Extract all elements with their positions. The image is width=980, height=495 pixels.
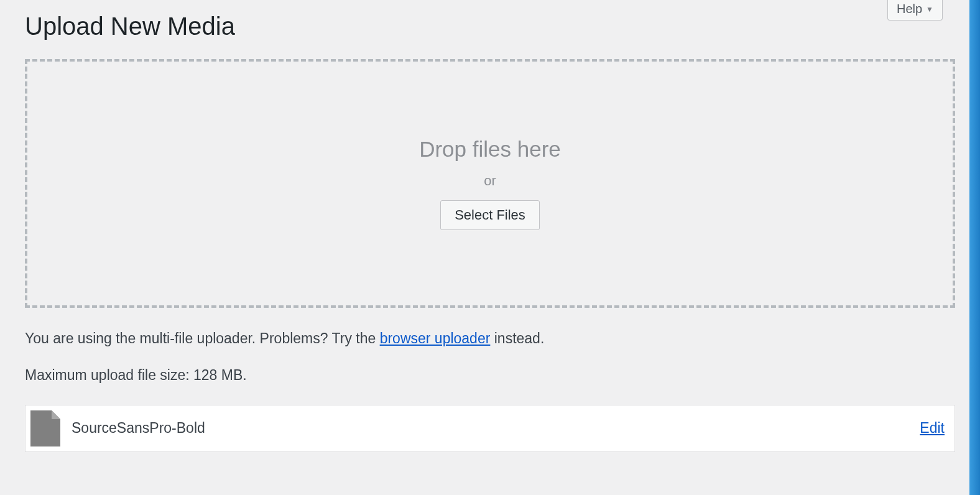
- file-drop-zone[interactable]: Drop files here or Select Files: [25, 59, 955, 308]
- help-tab-label: Help: [897, 2, 922, 16]
- media-item-filename: SourceSansPro-Bold: [72, 420, 920, 437]
- file-icon: [30, 410, 60, 446]
- caret-down-icon: ▼: [926, 5, 933, 14]
- select-files-button[interactable]: Select Files: [440, 200, 540, 230]
- help-tab[interactable]: Help ▼: [887, 0, 943, 21]
- browser-uploader-link[interactable]: browser uploader: [380, 330, 491, 346]
- max-upload-size-text: Maximum upload file size: 128 MB.: [25, 367, 955, 384]
- uploader-info-prefix: You are using the multi-file uploader. P…: [25, 330, 380, 346]
- uploader-info-suffix: instead.: [490, 330, 544, 346]
- uploader-info-text: You are using the multi-file uploader. P…: [25, 328, 955, 349]
- edit-media-link[interactable]: Edit: [920, 420, 945, 437]
- page-title: Upload New Media: [25, 0, 955, 40]
- vertical-scrollbar[interactable]: [969, 0, 980, 495]
- media-item-row: SourceSansPro-Bold Edit: [25, 405, 955, 452]
- drop-files-text: Drop files here: [419, 137, 561, 162]
- or-text: or: [484, 173, 496, 189]
- content-wrap: Upload New Media Drop files here or Sele…: [0, 0, 980, 471]
